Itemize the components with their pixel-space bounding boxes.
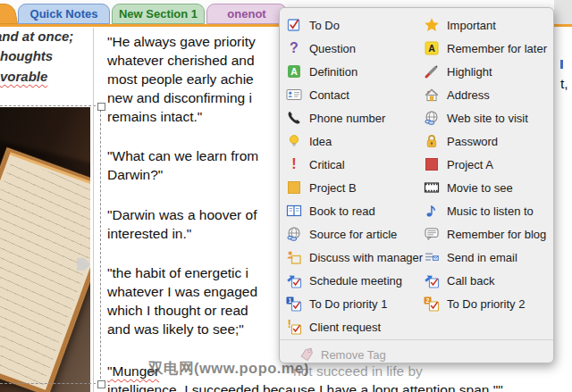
menu-separator [280, 339, 553, 340]
menu-item-label: Client request [309, 321, 381, 334]
tab-onenote[interactable]: onenot [206, 4, 287, 24]
menu-item-label: To Do priority 1 [309, 297, 387, 311]
menu-item-to-do-priority-1[interactable]: 1To Do priority 1 [285, 292, 419, 315]
menu-item-web-site-to-visit[interactable]: Web site to visit [423, 106, 553, 129]
menu-item-label: Music to listen to [447, 204, 534, 218]
note-text-line: and was likely to see;" [107, 320, 257, 338]
menu-item-project-a[interactable]: Project A [423, 153, 553, 176]
left-column-text-fragment: vorable [0, 69, 47, 84]
important-star-icon [423, 17, 441, 33]
tab-active-section-partial[interactable] [0, 4, 18, 24]
tab-quick-notes[interactable]: Quick Notes [18, 4, 110, 24]
idea-lightbulb-icon [285, 133, 303, 149]
remove-tag-button[interactable]: Remove Tag [298, 344, 386, 365]
tab-label: New Section 1 [119, 7, 198, 21]
svg-text:A: A [290, 66, 298, 77]
highlight-pen-icon [423, 63, 441, 79]
menu-item-label: Source for article [309, 228, 397, 241]
menu-item-address[interactable]: Address [423, 83, 553, 106]
menu-item-critical[interactable]: !Critical [285, 153, 419, 176]
note-text-line: most people early achie [107, 70, 256, 88]
menu-item-definition[interactable]: ADefinition [285, 60, 419, 83]
menu-item-send-in-email[interactable]: Send in email [423, 246, 553, 269]
selection-border-bottom [0, 383, 100, 384]
menu-item-call-back[interactable]: Call back [423, 269, 553, 292]
schedule-meeting-icon [285, 272, 303, 288]
menu-item-music-to-listen-to[interactable]: Music to listen to [423, 199, 553, 222]
menu-item-label: Critical [309, 158, 345, 171]
menu-item-highlight[interactable]: Highlight [423, 60, 553, 83]
menu-item-label: Contact [309, 88, 349, 102]
note-text-line: Darwin?" [107, 165, 258, 184]
menu-item-schedule-meeting[interactable]: Schedule meeting [285, 269, 419, 292]
selection-resize-handle[interactable] [97, 103, 105, 111]
menu-item-question[interactable]: ?Question [285, 37, 419, 60]
menu-item-label: Schedule meeting [309, 274, 402, 288]
page-edge-blue-fragment [560, 60, 563, 69]
menu-item-label: Movie to see [447, 181, 513, 195]
tab-label: onenot [227, 7, 265, 21]
critical-icon: ! [285, 156, 303, 172]
svg-text:?: ? [290, 40, 299, 55]
source-globe-icon [285, 226, 303, 242]
menu-item-remember-for-later[interactable]: ARemember for later [423, 37, 553, 60]
menu-item-label: To Do [309, 19, 340, 32]
menu-item-book-to-read[interactable]: Book to read [285, 199, 419, 222]
menu-item-to-do-priority-2[interactable]: 2To Do priority 2 [423, 292, 553, 315]
contact-icon [285, 87, 303, 103]
phone-icon [285, 110, 303, 126]
menu-item-label: Password [447, 135, 498, 148]
menu-item-idea[interactable]: Idea [285, 129, 419, 153]
menu-item-label: Important [447, 19, 496, 32]
menu-item-source-for-article[interactable]: Source for article [285, 222, 419, 246]
book-icon [285, 203, 303, 219]
menu-item-to-do[interactable]: To Do [285, 13, 419, 37]
menu-item-phone-number[interactable]: Phone number [285, 106, 419, 129]
note-text-line: whatever I was engaged [107, 282, 257, 301]
menu-item-important[interactable]: Important [423, 13, 553, 37]
tab-new-section-1[interactable]: New Section 1 [112, 4, 205, 24]
menu-item-label: Web site to visit [447, 112, 528, 125]
discuss-manager-icon [285, 249, 303, 265]
menu-item-label: Discuss with manager [309, 251, 423, 264]
menu-item-project-b[interactable]: Project B [285, 176, 419, 199]
note-text-line: "Darwin was a hoover of [107, 205, 257, 224]
project-a-icon [423, 156, 441, 172]
menu-item-label: Question [309, 42, 356, 55]
blog-bubble-icon [423, 226, 441, 242]
embedded-photo[interactable] [0, 107, 90, 392]
menu-item-contact[interactable]: Contact [285, 83, 419, 106]
note-text-line: remains intact." [107, 107, 256, 126]
selection-border-top [0, 105, 100, 106]
password-lock-icon [423, 133, 441, 149]
menu-item-movie-to-see[interactable]: Movie to see [423, 176, 553, 199]
selection-border-right [100, 105, 101, 383]
note-text-line: which I thought or read [107, 301, 257, 320]
menu-item-label: To Do priority 2 [447, 297, 525, 311]
menu-item-label: Remember for later [447, 42, 547, 55]
svg-text:!: ! [291, 156, 296, 171]
selection-resize-handle[interactable] [97, 380, 105, 388]
note-text-line: "He always gave priority [107, 32, 256, 51]
note-text-line: "the habit of energetic i [107, 263, 257, 282]
definition-icon: A [285, 63, 303, 79]
callback-icon [423, 272, 441, 288]
note-paragraph: "What can we learn fromDarwin?" [107, 146, 258, 184]
menu-item-discuss-with-manager[interactable]: Discuss with manager [285, 246, 419, 269]
onenote-window: Quick Notes New Section 1 onenot and at … [0, 0, 572, 392]
munger-line-2: intelligence. I succeeded because I have… [107, 380, 503, 392]
client-request-icon: ! [285, 319, 303, 335]
menu-item-label: Definition [309, 65, 358, 79]
svg-text:!: ! [288, 319, 291, 330]
project-b-icon [285, 179, 303, 196]
menu-item-label: Project B [309, 181, 357, 195]
menu-item-client-request[interactable]: !Client request [285, 315, 419, 338]
note-text-line: whatever cherished and [107, 51, 256, 70]
todo-checkbox-icon [285, 17, 303, 33]
tab-label: Quick Notes [30, 7, 98, 21]
menu-item-remember-for-blog[interactable]: Remember for blog [423, 222, 553, 246]
movie-icon [423, 179, 441, 196]
window-edge-strip [554, 0, 572, 24]
menu-item-password[interactable]: Password [423, 129, 553, 153]
todo-priority-2-icon: 2 [423, 296, 441, 312]
